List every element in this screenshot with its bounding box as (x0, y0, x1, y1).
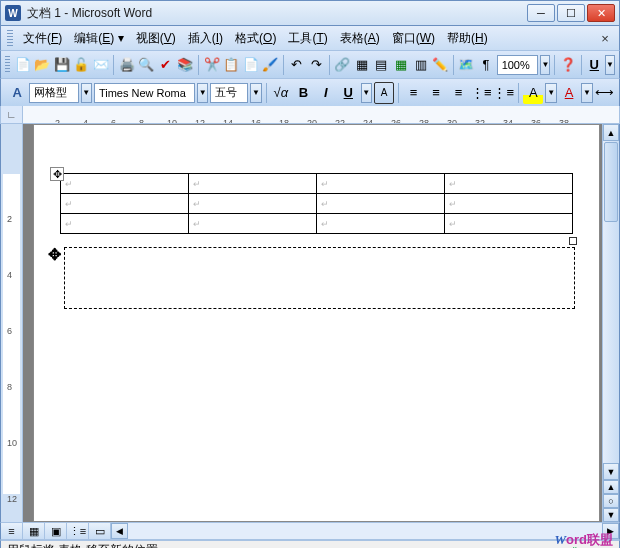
grip-icon (7, 30, 13, 46)
char-scale-button[interactable]: ⟷ (595, 82, 615, 104)
browse-object-button[interactable]: ○ (603, 494, 619, 508)
hyperlink-button[interactable]: 🔗 (334, 54, 352, 76)
line-spacing-button[interactable]: ≡ (448, 82, 468, 104)
font-color-button[interactable]: A (559, 82, 579, 104)
char-border-button[interactable]: A (374, 82, 395, 104)
align-left-button[interactable]: ≡ (426, 82, 446, 104)
tab-selector[interactable]: ∟ (1, 106, 23, 123)
formatting-toolbar: A 网格型 ▼ Times New Roma ▼ 五号 ▼ √α B I U ▼… (0, 78, 620, 106)
open-button[interactable]: 📂 (33, 54, 51, 76)
menu-edit[interactable]: 编辑(E) ▾ (68, 28, 129, 49)
horizontal-scrollbar[interactable]: ◀ ▶ (111, 523, 619, 539)
drop-target-outline (64, 247, 575, 309)
permission-button[interactable]: 🔓 (72, 54, 90, 76)
print-view-button[interactable]: ▣ (45, 523, 67, 539)
vertical-scrollbar[interactable]: ▲ ▼ ▲ ○ ▼ (602, 124, 619, 522)
menubar: 文件(F) 编辑(E) ▾ 视图(V) 插入(I) 格式(O) 工具(T) 表格… (0, 26, 620, 50)
columns-button[interactable]: ▥ (412, 54, 430, 76)
normal-view-button[interactable]: ≡ (1, 523, 23, 539)
underline-dropdown[interactable]: ▼ (605, 55, 615, 75)
italic-button[interactable]: I (316, 82, 336, 104)
mail-button[interactable]: ✉️ (92, 54, 110, 76)
scroll-up-button[interactable]: ▲ (603, 124, 619, 141)
standard-toolbar: 📄 📂 💾 🔓 ✉️ 🖨️ 🔍 ✔ 📚 ✂️ 📋 📄 🖌️ ↶ ↷ 🔗 ▦ ▤ … (0, 50, 620, 78)
menu-window[interactable]: 窗口(W) (386, 28, 441, 49)
excel-button[interactable]: ▦ (392, 54, 410, 76)
styles-pane-button[interactable]: A (7, 82, 27, 104)
scroll-down-button[interactable]: ▼ (603, 463, 619, 480)
close-button[interactable]: ✕ (587, 4, 615, 22)
doc-close-button[interactable]: × (597, 30, 613, 46)
tables-borders-button[interactable]: ▦ (353, 54, 371, 76)
underline2-button[interactable]: U (338, 82, 358, 104)
menu-help[interactable]: 帮助(H) (441, 28, 494, 49)
copy-button[interactable]: 📋 (223, 54, 241, 76)
horizontal-ruler[interactable]: ∟ 2 4 6 8 10 12 14 16 18 20 22 24 26 28 … (0, 106, 620, 124)
research-button[interactable]: 📚 (177, 54, 195, 76)
highlight-button[interactable]: A (523, 82, 543, 104)
statusbar: 用鼠标将 表格 移至新的位置 Word联盟 www.wordlm.com (0, 540, 620, 548)
zoom-input[interactable]: 100% (497, 55, 539, 75)
move-cursor-icon: ✥ (48, 245, 61, 264)
grip-icon (5, 56, 10, 74)
style-selector[interactable]: 网格型 (29, 83, 78, 103)
menu-insert[interactable]: 插入(I) (182, 28, 229, 49)
page[interactable]: ✥ ✥ (33, 124, 600, 522)
table-resize-handle[interactable] (569, 237, 577, 245)
show-marks-button[interactable]: ¶ (477, 54, 495, 76)
document-view[interactable]: ✥ ✥ (23, 124, 602, 522)
table-move-handle[interactable]: ✥ (50, 167, 64, 181)
doc-map-button[interactable]: 🗺️ (458, 54, 476, 76)
bold-button[interactable]: B (293, 82, 313, 104)
size-dropdown[interactable]: ▼ (250, 83, 261, 103)
view-scroll-row: ≡ ▦ ▣ ⋮≡ ▭ ◀ ▶ (0, 522, 620, 540)
size-selector[interactable]: 五号 (210, 83, 248, 103)
table-row (61, 214, 573, 234)
status-message: 用鼠标将 表格 移至新的位置 (7, 542, 503, 549)
underline2-dropdown[interactable]: ▼ (361, 83, 372, 103)
scroll-left-button[interactable]: ◀ (111, 523, 128, 539)
menu-file[interactable]: 文件(F) (17, 28, 68, 49)
menu-table[interactable]: 表格(A) (334, 28, 386, 49)
numbered-list-button[interactable]: ⋮≡ (471, 82, 492, 104)
align-distrib-button[interactable]: ≡ (403, 82, 423, 104)
preview-button[interactable]: 🔍 (138, 54, 156, 76)
insert-table-button[interactable]: ▤ (373, 54, 391, 76)
scroll-thumb[interactable] (604, 142, 618, 222)
menu-view[interactable]: 视图(V) (130, 28, 182, 49)
reading-view-button[interactable]: ▭ (89, 523, 111, 539)
style-dropdown[interactable]: ▼ (81, 83, 92, 103)
titlebar: W 文档 1 - Microsoft Word ─ ☐ ✕ (0, 0, 620, 26)
next-page-button[interactable]: ▼ (603, 508, 619, 522)
paste-button[interactable]: 📄 (242, 54, 260, 76)
table-row (61, 194, 573, 214)
zoom-dropdown[interactable]: ▼ (540, 55, 550, 75)
font-dropdown[interactable]: ▼ (197, 83, 208, 103)
print-button[interactable]: 🖨️ (118, 54, 136, 76)
table-row (61, 174, 573, 194)
spellcheck-button[interactable]: ✔ (157, 54, 175, 76)
font-selector[interactable]: Times New Roma (94, 83, 195, 103)
format-painter-button[interactable]: 🖌️ (262, 54, 280, 76)
redo-button[interactable]: ↷ (307, 54, 325, 76)
bullet-list-button[interactable]: ⋮≡ (493, 82, 514, 104)
save-button[interactable]: 💾 (53, 54, 71, 76)
undo-button[interactable]: ↶ (288, 54, 306, 76)
outline-view-button[interactable]: ⋮≡ (67, 523, 89, 539)
font-color-dropdown[interactable]: ▼ (581, 83, 592, 103)
help-button[interactable]: ❓ (559, 54, 577, 76)
cut-button[interactable]: ✂️ (203, 54, 221, 76)
equation-button[interactable]: √α (271, 82, 291, 104)
menu-format[interactable]: 格式(O) (229, 28, 282, 49)
new-doc-button[interactable]: 📄 (14, 54, 32, 76)
menu-tools[interactable]: 工具(T) (282, 28, 333, 49)
drawing-button[interactable]: ✏️ (431, 54, 449, 76)
web-view-button[interactable]: ▦ (23, 523, 45, 539)
minimize-button[interactable]: ─ (527, 4, 555, 22)
underline-button[interactable]: U (586, 54, 604, 76)
document-table[interactable] (60, 173, 573, 234)
vertical-ruler[interactable]: 2 4 6 8 10 12 (1, 124, 23, 522)
maximize-button[interactable]: ☐ (557, 4, 585, 22)
highlight-dropdown[interactable]: ▼ (545, 83, 556, 103)
prev-page-button[interactable]: ▲ (603, 480, 619, 494)
